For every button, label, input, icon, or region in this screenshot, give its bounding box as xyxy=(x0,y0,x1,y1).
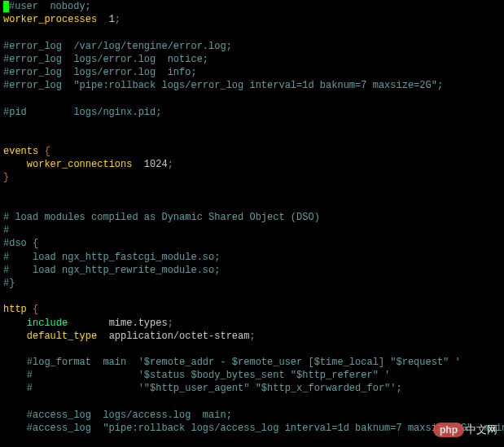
code-line: #error_log "pipe:rollback logs/error_log… xyxy=(3,79,501,92)
comment-text: # load modules compiled as Dynamic Share… xyxy=(3,212,320,223)
code-line: # '$status $body_bytes_sent "$http_refer… xyxy=(3,369,501,382)
value-token: mime.types xyxy=(109,318,168,329)
code-line: # load modules compiled as Dynamic Share… xyxy=(3,211,501,224)
code-line: #error_log logs/error.log notice; xyxy=(3,53,501,66)
comment-text: #pid logs/nginx.pid; xyxy=(3,107,161,118)
code-line xyxy=(3,26,501,39)
watermark: php中文网 xyxy=(433,423,497,437)
code-line xyxy=(3,343,501,356)
comment-text: #dso { xyxy=(3,238,38,249)
brace-token: { xyxy=(33,304,38,315)
code-line xyxy=(3,92,501,105)
comment-text: #error_log logs/error.log notice; xyxy=(3,54,208,65)
comment-text: # load ngx_http_rewrite_module.so; xyxy=(3,265,220,276)
watermark-text: 中文网 xyxy=(466,423,497,436)
keyword-token: events xyxy=(3,146,38,157)
text-token xyxy=(68,318,108,329)
code-line: #access_log logs/access.log main; xyxy=(3,409,501,422)
code-line: #error_log /var/log/tengine/error.log; xyxy=(3,40,501,53)
comment-text: # '$status $body_bytes_sent "$http_refer… xyxy=(3,370,390,381)
text-token xyxy=(3,159,27,170)
comment-text: #log_format main '$remote_addr - $remote… xyxy=(3,357,461,368)
code-line: default_type application/octet-stream; xyxy=(3,330,501,343)
comment-text: #access_log "pipe:rollback logs/access_l… xyxy=(3,423,504,434)
code-line: #pid logs/nginx.pid; xyxy=(3,106,501,119)
comment-text: #error_log "pipe:rollback logs/error_log… xyxy=(3,80,443,91)
text-token: ; xyxy=(168,159,173,170)
value-token: application/octet-stream xyxy=(109,331,250,342)
comment-text: #error_log logs/error.log info; xyxy=(3,67,197,78)
code-line: #log_format main '$remote_addr - $remote… xyxy=(3,356,501,369)
code-line xyxy=(3,185,501,198)
code-line xyxy=(3,396,501,409)
code-line: # '"$http_user_agent" "$http_x_forwarded… xyxy=(3,382,501,395)
comment-text: # xyxy=(3,225,9,236)
comment-text: #error_log /var/log/tengine/error.log; xyxy=(3,41,232,52)
text-token xyxy=(97,331,108,342)
text-token: ; xyxy=(115,14,121,25)
code-line xyxy=(3,435,501,447)
value-token: 1 xyxy=(109,14,115,25)
comment-text: #user nobody; xyxy=(9,1,91,12)
brace-token: } xyxy=(3,172,9,183)
keyword-token: worker_connections xyxy=(27,159,133,170)
comment-text: # load ngx_http_fastcgi_module.so; xyxy=(3,252,220,263)
code-line: # load ngx_http_rewrite_module.so; xyxy=(3,264,501,277)
code-line xyxy=(3,119,501,132)
text-token xyxy=(27,304,33,315)
code-line: #user nobody; xyxy=(3,0,501,13)
code-line: worker_connections 1024; xyxy=(3,158,501,171)
code-line: include mime.types; xyxy=(3,317,501,330)
keyword-token: http xyxy=(3,304,27,315)
comment-text: #} xyxy=(3,278,15,289)
code-line: } xyxy=(3,171,501,184)
brace-token: { xyxy=(44,146,50,157)
keyword-token: worker_processes xyxy=(3,14,97,25)
watermark-badge: php xyxy=(433,423,464,437)
keyword-token: default_type xyxy=(27,331,97,342)
text-token xyxy=(132,159,143,170)
code-line: #} xyxy=(3,277,501,290)
code-line: # xyxy=(3,224,501,237)
code-line xyxy=(3,132,501,145)
code-line: #dso { xyxy=(3,237,501,250)
code-line: worker_processes 1; xyxy=(3,13,501,26)
text-token xyxy=(97,14,108,25)
code-line xyxy=(3,290,501,303)
value-token: 1024 xyxy=(144,159,168,170)
code-line: http { xyxy=(3,303,501,316)
code-line: # load ngx_http_fastcgi_module.so; xyxy=(3,251,501,264)
statement-token: include xyxy=(27,318,68,329)
cursor xyxy=(3,1,9,12)
code-line: events { xyxy=(3,145,501,158)
code-line: #access_log "pipe:rollback logs/access_l… xyxy=(3,422,501,435)
comment-text: #access_log logs/access.log main; xyxy=(3,410,232,421)
code-line xyxy=(3,198,501,211)
comment-text: # '"$http_user_agent" "$http_x_forwarded… xyxy=(3,383,402,394)
text-token xyxy=(3,331,27,342)
code-line: #error_log logs/error.log info; xyxy=(3,66,501,79)
text-token: ; xyxy=(249,331,255,342)
code-editor-content[interactable]: #user nobody;worker_processes 1; #error_… xyxy=(0,0,504,447)
text-token xyxy=(3,318,27,329)
text-token: ; xyxy=(168,318,173,329)
